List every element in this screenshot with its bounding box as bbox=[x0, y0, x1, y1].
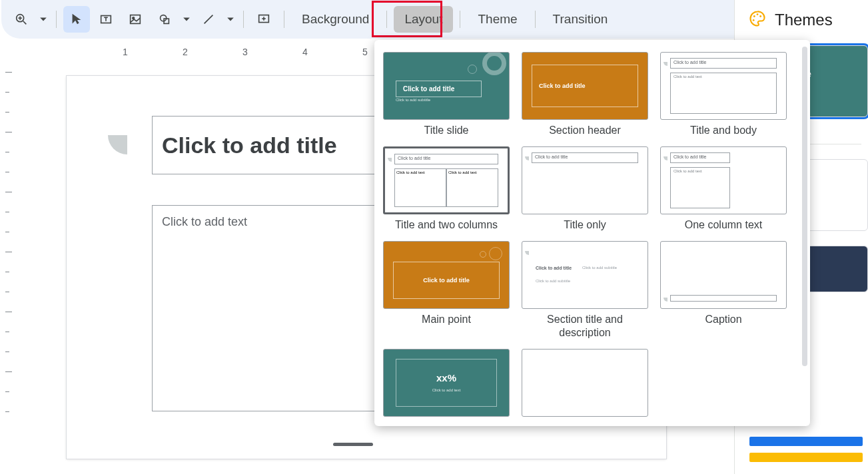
thumb-title: Click to add title bbox=[670, 58, 777, 69]
thumb-title: Click to add title bbox=[393, 262, 500, 299]
svg-point-16 bbox=[757, 13, 759, 15]
thumb-body: Click to add text bbox=[394, 168, 446, 207]
layout-label: Caption bbox=[705, 313, 741, 326]
zoom-button[interactable] bbox=[8, 6, 35, 33]
layout-option-title-and-body[interactable]: Click to add title Click to add text bbox=[660, 52, 787, 120]
layout-option-title-slide[interactable]: Click to add title Click to add subtitle bbox=[383, 52, 510, 120]
line-dropdown[interactable] bbox=[224, 15, 236, 23]
layout-option-blank[interactable] bbox=[522, 349, 648, 417]
thumb-title: Click to add title bbox=[394, 154, 498, 164]
thumb-title: Click to add title bbox=[532, 65, 638, 107]
thumb-title: Click to add title bbox=[396, 81, 482, 97]
layout-option-section-title-desc[interactable]: Click to add title Click to add subtitle… bbox=[522, 241, 648, 309]
thumb-title: Click to add title bbox=[536, 266, 572, 270]
separator bbox=[460, 11, 460, 28]
layout-label: Section title and description bbox=[521, 313, 649, 340]
layout-label: Title and body bbox=[690, 124, 757, 137]
svg-point-15 bbox=[753, 15, 755, 17]
thumb-subtitle: Click to add subtitle bbox=[536, 279, 570, 283]
layout-label: Main point bbox=[422, 313, 471, 326]
layout-option-one-column-text[interactable]: Click to add title Click to add text bbox=[660, 146, 787, 214]
transition-button[interactable]: Transition bbox=[542, 6, 619, 33]
themes-title: Themes bbox=[775, 11, 833, 29]
layout-label: Title slide bbox=[424, 124, 469, 137]
horizontal-resize-handle[interactable] bbox=[333, 443, 373, 446]
zoom-dropdown[interactable] bbox=[37, 15, 49, 23]
ruler-number: 2 bbox=[183, 47, 188, 57]
select-tool[interactable] bbox=[63, 6, 90, 33]
theme-button[interactable]: Theme bbox=[467, 6, 528, 33]
layout-option-caption[interactable] bbox=[660, 241, 787, 309]
vertical-ruler bbox=[3, 65, 15, 438]
thumb-subtitle: Click to add subtitle bbox=[582, 266, 617, 270]
layout-button[interactable]: Layout bbox=[394, 6, 453, 33]
svg-line-11 bbox=[205, 15, 213, 24]
thumb-title: Click to add title bbox=[532, 152, 638, 163]
thumb-body: Click to add text bbox=[670, 167, 730, 208]
layout-popup: Click to add title Click to add subtitle… bbox=[374, 40, 810, 426]
layout-label: One column text bbox=[685, 218, 763, 232]
svg-point-17 bbox=[759, 15, 761, 17]
separator bbox=[56, 11, 57, 28]
theme-accent-bar bbox=[749, 453, 863, 462]
svg-point-9 bbox=[161, 15, 167, 21]
layout-option-title-two-columns[interactable]: Click to add title Click to add text Cli… bbox=[383, 146, 510, 214]
thumb-caption bbox=[670, 295, 777, 302]
background-button[interactable]: Background bbox=[291, 6, 380, 33]
import-theme-button[interactable] bbox=[749, 437, 863, 446]
thumb-title: Click to add title bbox=[670, 152, 730, 163]
shape-dropdown[interactable] bbox=[181, 15, 193, 23]
separator bbox=[535, 11, 536, 28]
thumb-subtitle: Click to add text bbox=[384, 388, 509, 392]
thumb-body: Click to add text bbox=[670, 73, 777, 114]
thumb-big-number: xx% bbox=[384, 372, 509, 383]
layout-option-main-point[interactable]: Click to add title bbox=[383, 241, 510, 309]
decoration-quarter-circle bbox=[108, 116, 147, 154]
layout-label: Title and two columns bbox=[395, 218, 498, 232]
separator bbox=[284, 11, 284, 28]
ruler-number: 5 bbox=[362, 47, 368, 57]
comment-button[interactable] bbox=[250, 6, 277, 33]
layout-option-section-header[interactable]: Click to add title bbox=[522, 52, 648, 120]
textbox-tool[interactable] bbox=[93, 6, 119, 33]
svg-line-1 bbox=[23, 21, 27, 25]
ruler-number: 1 bbox=[123, 47, 128, 57]
shape-tool[interactable] bbox=[151, 6, 178, 33]
separator bbox=[243, 11, 244, 28]
layout-option-title-only[interactable]: Click to add title bbox=[522, 146, 648, 214]
layout-option-big-number[interactable]: xx% Click to add text bbox=[383, 349, 510, 417]
palette-icon bbox=[748, 9, 767, 31]
popup-scrollbar[interactable] bbox=[802, 47, 807, 366]
separator bbox=[386, 11, 387, 28]
layout-label: Section header bbox=[549, 124, 621, 137]
ruler-number: 4 bbox=[302, 47, 308, 57]
svg-point-18 bbox=[753, 19, 755, 21]
line-tool[interactable] bbox=[195, 6, 222, 33]
ruler-number: 3 bbox=[242, 47, 248, 57]
image-tool[interactable] bbox=[122, 6, 149, 33]
thumb-body: Click to add text bbox=[446, 168, 498, 207]
thumb-subtitle: Click to add subtitle bbox=[396, 98, 430, 102]
layout-label: Title only bbox=[564, 218, 606, 232]
